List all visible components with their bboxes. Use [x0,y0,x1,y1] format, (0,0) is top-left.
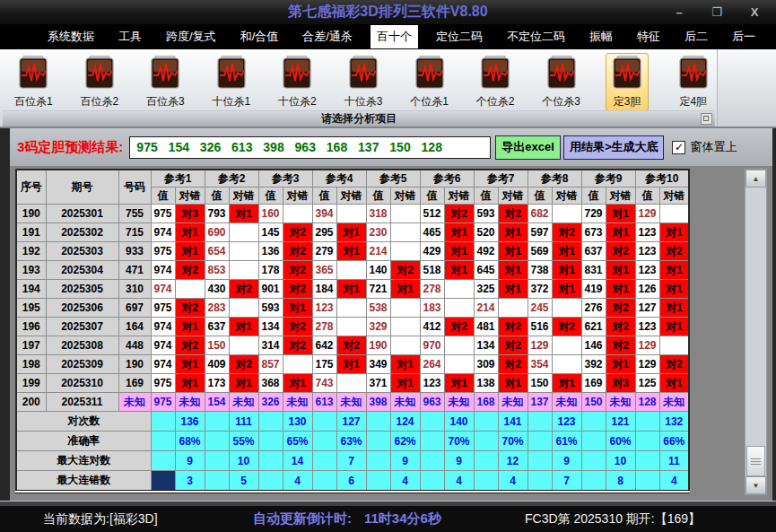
menu-item[interactable]: 定位二码 [430,25,489,48]
value-cell[interactable]: 314 [258,336,283,355]
number-cell[interactable]: 190 [118,355,151,374]
value-cell[interactable]: 371 [366,374,390,393]
seq-cell[interactable]: 197 [16,336,46,355]
judge-cell[interactable]: 对1 [390,374,420,393]
judge-cell[interactable] [390,318,420,336]
summary-spacer-cell[interactable] [635,432,659,451]
summary-spacer-cell[interactable] [258,471,283,493]
seq-cell[interactable]: 195 [16,299,46,318]
restore-icon[interactable]: ❐ [710,5,724,19]
value-cell[interactable]: 245 [528,299,552,318]
toolbar-item[interactable]: 十位杀3 [342,53,386,111]
summary-value-cell[interactable]: 4 [444,471,474,493]
value-cell[interactable]: 160 [258,205,283,223]
summary-spacer-cell[interactable] [474,451,498,471]
summary-value-cell[interactable]: 70% [498,432,528,451]
summary-value-cell[interactable]: 9 [444,451,474,471]
period-cell[interactable]: 2025309 [46,355,118,374]
value-cell[interactable]: 901 [258,280,283,299]
value-cell[interactable]: 295 [312,223,336,242]
judge-cell[interactable] [552,205,581,223]
value-cell[interactable]: 974 [151,318,175,336]
value-cell[interactable]: 137 [528,393,552,412]
value-cell[interactable]: 134 [258,318,283,336]
summary-value-cell[interactable]: 8 [606,471,635,493]
judge-cell[interactable] [552,299,581,318]
judge-cell[interactable]: 对3 [606,374,635,393]
close-icon[interactable]: X [747,5,762,19]
summary-value-cell[interactable]: 4 [659,471,689,493]
judge-cell[interactable] [229,299,258,318]
summary-value-cell[interactable]: 68% [175,432,205,451]
number-cell[interactable]: 310 [118,280,151,299]
value-cell[interactable]: 597 [528,223,552,242]
summary-spacer-cell[interactable] [258,412,283,432]
summary-spacer-cell[interactable] [420,412,444,432]
judge-cell[interactable] [444,280,474,299]
value-cell[interactable]: 974 [151,280,175,299]
judge-cell[interactable]: 对1 [283,299,312,318]
toolbar-item[interactable]: 十位杀1 [210,53,254,111]
value-cell[interactable]: 654 [205,242,229,261]
number-cell[interactable]: 697 [118,299,151,318]
stay-on-top-checkbox[interactable]: ✓ [672,141,685,154]
value-cell[interactable]: 593 [258,299,283,318]
summary-spacer-cell[interactable] [420,471,444,493]
period-cell[interactable]: 2025303 [46,242,118,261]
judge-cell[interactable]: 对1 [659,318,689,336]
period-cell[interactable]: 2025302 [46,223,118,242]
value-cell[interactable]: 743 [312,374,336,393]
value-cell[interactable]: 326 [258,393,283,412]
summary-value-cell[interactable]: 5 [229,471,258,493]
judge-cell[interactable]: 对3 [175,205,205,223]
value-cell[interactable]: 123 [635,261,659,280]
summary-value-cell[interactable]: 4 [498,471,528,493]
judge-cell[interactable]: 对2 [175,299,205,318]
value-cell[interactable]: 372 [528,280,552,299]
minimize-icon[interactable]: – [672,5,686,19]
judge-cell[interactable] [659,205,689,223]
summary-spacer-cell[interactable] [528,412,552,432]
seq-cell[interactable]: 196 [16,318,46,336]
value-cell[interactable]: 621 [581,318,606,336]
summary-value-cell[interactable]: 7 [336,451,366,471]
value-cell[interactable]: 974 [151,336,175,355]
judge-cell[interactable]: 对2 [606,318,635,336]
summary-value-cell[interactable]: 14 [283,451,312,471]
summary-spacer-cell[interactable] [366,471,390,493]
judge-cell[interactable] [444,299,474,318]
judge-cell[interactable]: 对1 [444,242,474,261]
toolbar-item[interactable]: 个位杀1 [407,53,451,111]
summary-spacer-cell[interactable] [635,412,659,432]
value-cell[interactable]: 975 [151,374,175,393]
summary-spacer-cell[interactable] [312,471,336,493]
judge-cell[interactable] [498,299,528,318]
judge-cell[interactable]: 对1 [336,355,366,374]
summary-value-cell[interactable]: 11 [659,451,689,471]
judge-cell[interactable]: 未知 [498,393,528,412]
value-cell[interactable]: 975 [151,242,175,261]
scroll-down-icon[interactable]: ▼ [745,476,766,494]
summary-value-cell[interactable]: 121 [606,412,635,432]
value-cell[interactable]: 518 [420,261,444,280]
value-cell[interactable]: 793 [205,205,229,223]
value-cell[interactable]: 419 [581,280,606,299]
judge-cell[interactable] [552,336,581,355]
summary-spacer-cell[interactable] [151,471,175,493]
menu-item[interactable]: 后一 [726,25,762,48]
summary-spacer-cell[interactable] [312,432,336,451]
period-cell[interactable]: 2025307 [46,318,118,336]
value-cell[interactable]: 974 [151,355,175,374]
value-cell[interactable]: 690 [205,223,229,242]
value-cell[interactable]: 325 [474,280,498,299]
judge-cell[interactable] [283,205,312,223]
judge-cell[interactable] [552,355,581,374]
judge-cell[interactable] [390,223,420,242]
value-cell[interactable]: 569 [528,242,552,261]
judge-cell[interactable]: 对2 [175,261,205,280]
number-cell[interactable]: 755 [118,205,151,223]
summary-value-cell[interactable]: 66% [659,432,689,451]
value-cell[interactable]: 392 [581,355,606,374]
seq-cell[interactable]: 200 [16,393,46,412]
value-cell[interactable]: 974 [151,261,175,280]
